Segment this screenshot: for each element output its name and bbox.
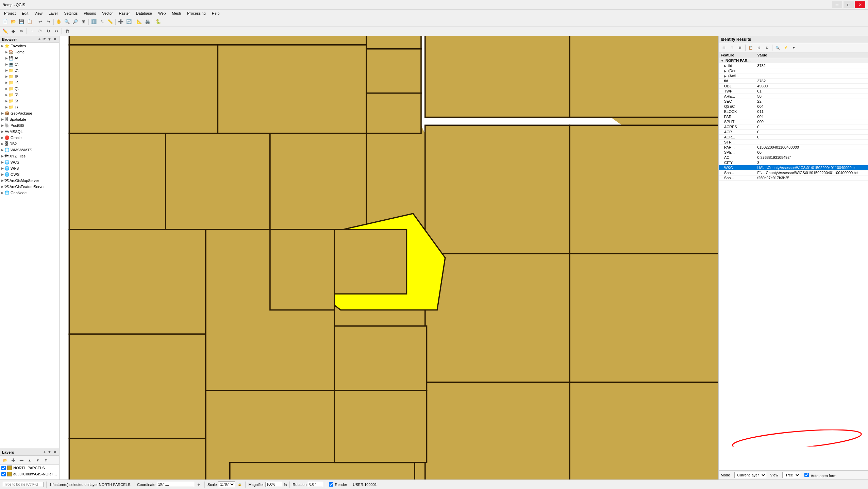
python-button[interactable]: 🐍 (154, 18, 162, 26)
menu-plugins[interactable]: Plugins (81, 11, 99, 16)
refresh-button[interactable]: 🔄 (125, 18, 133, 26)
save-project-button[interactable]: 💾 (18, 18, 25, 26)
browser-item-wfs[interactable]: ▶ 🌐 WFS (0, 165, 59, 171)
coordinate-crs-button[interactable]: ⊕ (196, 482, 202, 488)
print-button[interactable]: 🖨️ (144, 18, 151, 26)
table-row[interactable]: ACR... 0 (719, 135, 868, 140)
table-row[interactable]: PAR... 004 (719, 114, 868, 119)
table-row[interactable]: OBJ... 49600 (719, 84, 868, 89)
map-area[interactable] (60, 36, 718, 479)
browser-item-arcgis-feature[interactable]: ▶ 🗺 ArcGisFeatureServer (0, 184, 59, 190)
table-row[interactable]: SEC 22 (719, 99, 868, 104)
identify-copy-button[interactable]: 📋 (747, 44, 754, 51)
layer-down-button[interactable]: ▼ (34, 456, 41, 464)
zoom-in-button[interactable]: 🔍 (63, 18, 71, 26)
render-checkbox[interactable] (329, 482, 333, 487)
menu-settings[interactable]: Settings (61, 11, 80, 16)
edit-pencil-button[interactable]: ✏️ (1, 28, 9, 35)
menu-view[interactable]: View (32, 11, 45, 16)
layer-up-button[interactable]: ▲ (26, 456, 33, 464)
table-row[interactable]: Sha... f260c97e917b3b25 (719, 175, 868, 181)
locate-input[interactable] (3, 482, 44, 487)
browser-item-db2[interactable]: ▶ 🗄 DB2 (0, 141, 59, 147)
add-layer-button[interactable]: ➕ (117, 18, 124, 26)
table-row[interactable]: SPLIT 000 (719, 119, 868, 124)
layer-item-county[interactable]: äüüüllCountyGIS-NORTH P... (0, 471, 59, 477)
zoom-out-button[interactable]: 🔎 (71, 18, 79, 26)
layers-add-icon[interactable]: + (43, 450, 46, 455)
identify-collapse-button[interactable]: ⊟ (728, 44, 736, 51)
browser-item-favorites[interactable]: ▶ ⭐ Favorites (0, 43, 59, 49)
table-row[interactable]: PAR... 01502200401100400000 (719, 145, 868, 150)
rotation-input[interactable] (308, 482, 323, 487)
layers-close-icon[interactable]: ✕ (53, 450, 57, 455)
table-row[interactable]: AC 0.276881931084924 (719, 155, 868, 160)
table-row-selected[interactable]: WKC HA\...\CountyAssessor\WICS\01\015022… (719, 165, 868, 170)
layer-remove-button[interactable]: ➖ (18, 456, 25, 464)
table-row[interactable]: SPE... 00 (719, 150, 868, 155)
browser-item-wcs[interactable]: ▶ 🌐 WCS (0, 159, 59, 165)
browser-item-d[interactable]: ▶ 📁 D\ (0, 67, 59, 73)
identify-dropdown-button[interactable]: ▼ (790, 44, 798, 51)
mode-select[interactable]: Current layer (734, 472, 766, 478)
zoom-full-button[interactable]: ⊞ (80, 18, 87, 26)
table-row[interactable]: STR... (719, 140, 868, 145)
menu-mesh[interactable]: Mesh (169, 11, 184, 16)
layer-add-button[interactable]: ➕ (10, 456, 17, 464)
browser-item-r[interactable]: ▶ 📁 R\ (0, 92, 59, 98)
browser-filter-icon[interactable]: ▼ (47, 37, 52, 42)
identify-clear-button[interactable]: 🗑 (736, 44, 744, 51)
table-row[interactable]: ▶ fid 3782 (719, 63, 868, 68)
table-row[interactable]: fid 3782 (719, 79, 868, 84)
coordinate-input[interactable] (157, 482, 194, 487)
identify-button[interactable]: ℹ️ (90, 18, 98, 26)
table-row[interactable]: Sha... F:\... County\Assessor\WICS\01\01… (719, 170, 868, 175)
browser-item-arcgis-map[interactable]: ▶ 🗺 ArcGisMapServer (0, 178, 59, 184)
browser-item-xyz[interactable]: ▶ 🗺 XYZ Tiles (0, 153, 59, 159)
menu-processing[interactable]: Processing (184, 11, 208, 16)
table-row[interactable]: ▶ (Acti... (719, 73, 868, 79)
identify-print-button[interactable]: 🖨 (755, 44, 763, 51)
menu-raster[interactable]: Raster (116, 11, 132, 16)
browser-item-spatialite[interactable]: ▶ 🗄 SpatiaLite (0, 116, 59, 122)
node-tool-button[interactable]: ◆ (10, 28, 17, 35)
browser-close-icon[interactable]: ✕ (53, 37, 57, 42)
table-row[interactable]: TWP 01 (719, 89, 868, 94)
table-row[interactable]: ACR... 0 (719, 130, 868, 135)
browser-item-h[interactable]: ▶ 📁 H\ (0, 80, 59, 86)
rotate-button[interactable]: ↻ (45, 28, 52, 35)
browser-refresh-icon[interactable]: ⟳ (42, 37, 46, 42)
save-as-button[interactable]: 📋 (26, 18, 33, 26)
table-row[interactable]: ▶ (Der... (719, 68, 868, 73)
pan-button[interactable]: ✋ (55, 18, 63, 26)
layer-visibility-checkbox[interactable] (1, 466, 6, 470)
menu-edit[interactable]: Edit (19, 11, 31, 16)
scale-input-button[interactable]: 📐 (136, 18, 143, 26)
browser-item-postgis[interactable]: ▶ 🐘 PostGIS (0, 122, 59, 129)
browser-item-e[interactable]: ▶ 📁 E\ (0, 73, 59, 80)
browser-item-c[interactable]: ▶ 💻 C\ (0, 61, 59, 67)
redo-button[interactable]: ↪ (45, 18, 52, 26)
table-row[interactable]: ACRES 0 (719, 124, 868, 130)
undo-button[interactable]: ↩ (36, 18, 44, 26)
layer-settings-button[interactable]: ⚙ (42, 456, 50, 464)
measure-button[interactable]: 📏 (106, 18, 114, 26)
split-button[interactable]: ✂ (53, 28, 60, 35)
table-row[interactable]: QSEC 004 (719, 104, 868, 109)
layer-open-button[interactable]: 📂 (1, 456, 9, 464)
table-row[interactable]: BLOCK 011 (719, 109, 868, 114)
identify-zoom-button[interactable]: 🔍 (774, 44, 781, 51)
menu-web[interactable]: Web (155, 11, 168, 16)
select-button[interactable]: ↖ (98, 18, 106, 26)
menu-help[interactable]: Help (209, 11, 222, 16)
table-row[interactable]: ▼ NORTH PAR... (719, 58, 868, 63)
browser-item-home[interactable]: ▶ 🏠 Home (0, 49, 59, 55)
identify-settings-button[interactable]: ⚙ (763, 44, 771, 51)
add-feature-button[interactable]: + (28, 28, 36, 35)
browser-item-q[interactable]: ▶ 📁 Q\ (0, 86, 59, 92)
maximize-button[interactable]: □ (844, 1, 854, 8)
identify-flash-button[interactable]: ⚡ (782, 44, 789, 51)
browser-add-icon[interactable]: + (38, 37, 41, 42)
magnifier-input[interactable] (265, 482, 282, 487)
menu-project[interactable]: Project (1, 11, 18, 16)
